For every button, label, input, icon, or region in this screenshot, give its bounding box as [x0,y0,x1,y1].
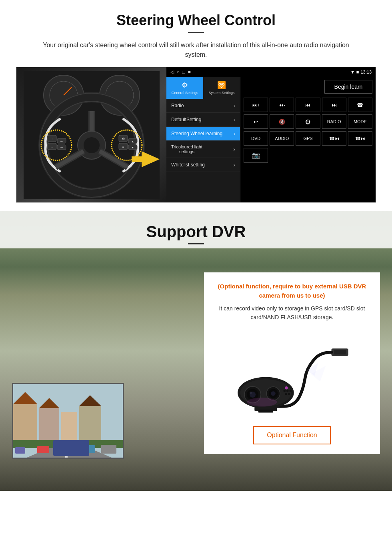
steering-divider [188,32,204,33]
svg-point-63 [271,391,276,396]
ctrl-vol-up[interactable]: ⏮+ [244,98,268,112]
menu-item-defaultsetting[interactable]: DefaultSetting › [166,113,240,127]
ctrl-mute[interactable]: 🔇 [270,114,294,129]
android-statusbar: ◁ ○ □ ■ ▼ ■ 13:13 [166,67,376,77]
svg-rect-52 [53,440,89,456]
ctrl-phone[interactable]: ☎ [348,98,372,112]
ctrl-radio[interactable]: RADIO [322,114,346,129]
svg-rect-51 [15,447,25,454]
ctrl-mode[interactable]: MODE [348,114,372,129]
svg-point-10 [84,137,100,153]
steering-section: Steering Wheel Control Your original car… [0,0,392,203]
dvr-description: It can record video only to storage in G… [214,304,370,322]
menu-item-whitelist-label: Whitelist setting [171,162,205,168]
ctrl-camera[interactable]: 📷 [244,148,268,163]
ctrl-next[interactable]: ⏭ [322,98,346,112]
svg-text:↪: ↪ [60,146,63,149]
ctrl-phone-next[interactable]: ☎⏭ [348,131,372,146]
dvr-title: Support DVR [0,223,392,241]
svg-rect-54 [334,350,346,354]
dvr-small-screenshot [12,383,124,459]
ctrl-phone-prev[interactable]: ☎⏮ [322,131,346,146]
steering-description: Your original car's steering wheel contr… [32,40,360,60]
tab-system-settings[interactable]: 🛜 System Settings [203,77,240,99]
svg-point-67 [285,393,287,395]
optional-function-button[interactable]: Optional Function [253,426,330,444]
control-row-3: DVD AUDIO GPS ☎⏮ ☎⏭ [244,131,372,146]
svg-text:≡: ≡ [122,145,124,149]
svg-text:+: + [51,137,53,141]
steering-photo: + - ↩ ↪ ⚙ ≡ ▲ ▼ [16,67,166,203]
ctrl-prev[interactable]: ⏮ [296,98,320,112]
tab-general-label: General Settings [171,91,198,95]
svg-point-66 [289,390,292,392]
svg-point-60 [250,392,252,394]
begin-learn-row: Begin learn [244,80,372,94]
ui-screenshot: + - ↩ ↪ ⚙ ≡ ▲ ▼ [16,67,376,203]
ctrl-audio[interactable]: AUDIO [270,131,294,146]
tab-general-settings[interactable]: ⚙ General Settings [166,77,203,99]
menu-item-whitelist[interactable]: Whitelist setting › [166,158,240,172]
dvr-section: Support DVR [0,211,392,491]
menu-item-default-label: DefaultSetting [171,117,201,122]
ctrl-power[interactable]: ⏻ [296,114,320,129]
svg-rect-71 [258,410,274,413]
menu-panel: ⚙ General Settings 🛜 System Settings Rad… [166,77,240,202]
control-row-2: ↩ 🔇 ⏻ RADIO MODE [244,114,372,129]
svg-point-72 [247,398,277,407]
svg-point-64 [283,390,286,392]
time-display: 13:13 [360,70,372,74]
steering-arrow-icon: › [233,130,235,137]
dvr-info-card: (Optional function, require to buy exter… [204,272,380,454]
ctrl-gps[interactable]: GPS [296,131,320,146]
svg-rect-38 [13,404,37,444]
system-tab-icon: 🛜 [217,81,226,90]
menu-tabs: ⚙ General Settings 🛜 System Settings [166,77,240,99]
svg-rect-40 [39,408,59,444]
svg-rect-48 [37,446,49,453]
default-arrow-icon: › [233,116,235,123]
menu-item-tricoloured-label: Tricoloured lightsettings [171,144,202,154]
ctrl-back[interactable]: ↩ [244,114,268,129]
dvr-title-area: Support DVR [0,211,392,248]
dvr-camera-svg [232,330,352,418]
android-ui: ◁ ○ □ ■ ▼ ■ 13:13 ⚙ General Settings [166,67,376,202]
begin-learn-button[interactable]: Begin learn [324,80,372,94]
svg-text:-: - [51,145,52,149]
tricoloured-arrow-icon: › [233,146,235,152]
dvr-divider [188,243,204,244]
wifi-icon: ▼ [350,70,355,74]
svg-text:↩: ↩ [60,140,63,143]
svg-text:⚙: ⚙ [122,137,124,141]
svg-point-68 [288,393,290,395]
tab-system-label: System Settings [208,91,234,95]
ctrl-vol-down[interactable]: ⏮- [270,98,294,112]
dvr-camera-image [214,330,370,418]
statusbar-icons: ▼ ■ 13:13 [350,70,372,74]
svg-rect-36 [132,156,144,162]
dvr-optional-text: (Optional function, require to buy exter… [214,282,370,300]
control-panel: Begin learn ⏮+ ⏮- ⏮ ⏭ ☎ ↩ 🔇 ⏻ [240,77,376,202]
svg-point-65 [286,390,289,392]
control-row-1: ⏮+ ⏮- ⏮ ⏭ ☎ [244,98,372,112]
svg-point-69 [285,386,288,390]
steering-title: Steering Wheel Control [16,12,376,29]
menu-item-radio[interactable]: Radio › [166,99,240,113]
menu-item-radio-label: Radio [171,103,184,108]
menu-item-steering-label: Steering Wheel learning [171,131,222,136]
navbar-back-icon: ◁ ○ □ ■ [170,69,191,75]
svg-text:▼: ▼ [131,146,134,149]
steering-wheel-svg: + - ↩ ↪ ⚙ ≡ ▲ ▼ [24,71,160,199]
menu-item-tricoloured[interactable]: Tricoloured lightsettings › [166,141,240,158]
svg-rect-42 [61,412,77,444]
svg-text:▲: ▲ [131,140,134,143]
control-row-4: 📷 [244,148,372,163]
battery-icon: ■ [356,70,359,74]
ctrl-dvd[interactable]: DVD [244,131,268,146]
dvr-screenshot-svg [13,384,124,459]
svg-rect-43 [79,406,101,444]
gear-tab-icon: ⚙ [182,81,188,90]
radio-arrow-icon: › [233,102,235,109]
menu-item-steering-wheel[interactable]: Steering Wheel learning › [166,127,240,141]
whitelist-arrow-icon: › [233,162,235,168]
